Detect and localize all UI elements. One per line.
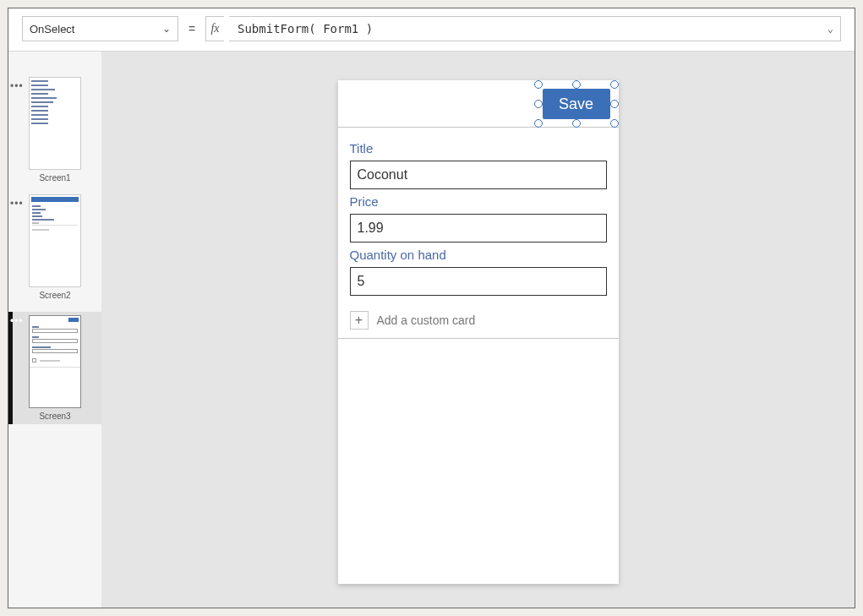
screen-thumbnail-preview [29, 194, 81, 287]
screen-thumbnail-1[interactable]: ••• Screen1 [8, 77, 101, 183]
screens-panel: ••• Screen1 [8, 52, 101, 608]
app-preview: Save [338, 80, 619, 584]
workspace: ••• Screen1 [8, 51, 855, 608]
screen-thumbnail-label: Screen1 [8, 173, 101, 183]
formula-bar: OnSelect ⌄ = fx SubmitForm( Form1 ) ⌄ [22, 16, 841, 41]
editor-frame: OnSelect ⌄ = fx SubmitForm( Form1 ) ⌄ ••… [8, 8, 855, 608]
save-button-selection: Save [543, 89, 610, 119]
screen-thumbnail-preview [29, 77, 81, 170]
resize-handle[interactable] [534, 100, 543, 108]
resize-handle[interactable] [534, 119, 543, 128]
save-button[interactable]: Save [543, 89, 610, 119]
more-icon[interactable]: ••• [10, 315, 24, 327]
field-input-price[interactable]: 1.99 [350, 214, 607, 243]
field-input-title[interactable]: Coconut [350, 161, 607, 189]
resize-handle[interactable] [610, 100, 619, 108]
app-root: OnSelect ⌄ = fx SubmitForm( Form1 ) ⌄ ••… [0, 0, 863, 616]
formula-input[interactable]: SubmitForm( Form1 ) ⌄ [229, 16, 841, 41]
add-custom-card-label: Add a custom card [377, 313, 476, 327]
chevron-down-icon: ⌄ [162, 23, 171, 35]
chevron-down-icon[interactable]: ⌄ [827, 23, 833, 35]
equals-label: = [183, 16, 200, 41]
field-label-quantity: Quantity on hand [350, 248, 607, 262]
resize-handle[interactable] [572, 119, 581, 128]
more-icon[interactable]: ••• [10, 198, 24, 210]
field-input-quantity[interactable]: 5 [350, 267, 607, 296]
resize-handle[interactable] [572, 80, 581, 89]
resize-handle[interactable] [610, 80, 619, 89]
property-selector-value: OnSelect [30, 23, 74, 35]
more-icon[interactable]: ••• [10, 80, 24, 92]
field-value: Coconut [358, 167, 408, 183]
fx-icon[interactable]: fx [205, 16, 224, 41]
form-body: Title Coconut Price 1.99 Quantity on han… [338, 128, 619, 339]
screen-thumbnail-2[interactable]: ••• Screen2 [8, 194, 101, 300]
screen-thumbnail-3[interactable]: ••• Screen3 [8, 312, 101, 424]
field-label-title: Title [350, 141, 607, 155]
plus-icon: + [350, 311, 369, 330]
resize-handle[interactable] [534, 80, 543, 89]
resize-handle[interactable] [610, 119, 619, 128]
formula-text: SubmitForm( Form1 ) [238, 22, 373, 35]
screen-thumbnail-label: Screen3 [8, 412, 101, 421]
field-value: 5 [358, 274, 365, 289]
add-custom-card[interactable]: + Add a custom card [350, 311, 607, 330]
property-selector[interactable]: OnSelect ⌄ [22, 16, 178, 41]
screen-thumbnail-preview [29, 315, 81, 408]
field-value: 1.99 [358, 221, 384, 236]
field-label-price: Price [350, 194, 607, 209]
canvas-area: Save [101, 52, 855, 608]
app-header: Save [338, 80, 619, 128]
screen-thumbnail-label: Screen2 [8, 291, 101, 300]
